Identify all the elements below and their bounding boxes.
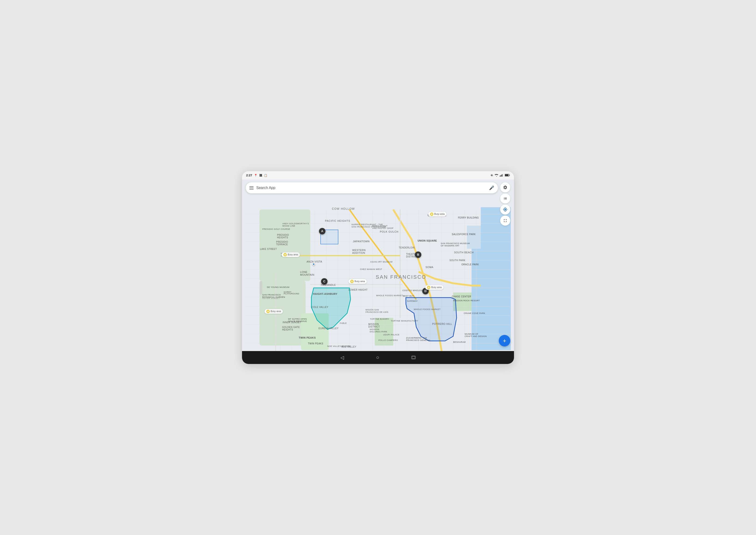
home-button[interactable]: ○ [376, 354, 379, 360]
photo-icon: 🖼 [259, 174, 262, 177]
busy-icon-5 [266, 310, 270, 313]
time-display: 2:27 [246, 174, 252, 177]
search-input-text[interactable]: Search App [256, 186, 486, 190]
device-frame: 2:27 📍 🖼 📋 👁 [242, 171, 514, 364]
map-background [242, 180, 514, 351]
signal-icon [500, 174, 503, 177]
busy-badge-3: Busy area [349, 279, 367, 284]
hamburger-menu-icon[interactable] [249, 186, 254, 189]
back-icon[interactable]: ◁ [340, 355, 344, 360]
busy-icon-1 [430, 212, 433, 216]
busy-badge-4: Busy area [425, 285, 443, 290]
busy-label-3: Busy area [354, 280, 365, 283]
calendar-icon: 📋 [264, 174, 267, 177]
svg-rect-6 [509, 175, 510, 176]
fab-add-button[interactable]: + [499, 335, 510, 347]
busy-badge-5: Busy area [265, 309, 283, 314]
map-toolbar [500, 182, 510, 226]
busy-label-5: Busy area [270, 310, 281, 313]
busy-icon-4 [427, 286, 430, 289]
battery-icon [505, 173, 510, 178]
list-view-button[interactable] [500, 193, 510, 204]
scroll-indicator [260, 281, 262, 295]
wifi-icon [495, 174, 498, 177]
status-left: 2:27 📍 🖼 📋 [246, 174, 267, 177]
nav-bar: ◁ ○ □ [242, 351, 514, 364]
location-icon: 📍 [254, 174, 258, 177]
svg-rect-14 [467, 226, 481, 249]
busy-label-1: Busy area [434, 213, 445, 215]
my-location-button[interactable] [500, 205, 510, 214]
fullscreen-button[interactable] [500, 215, 510, 226]
recents-button[interactable]: □ [411, 356, 416, 359]
back-button[interactable]: ◁ [340, 355, 344, 360]
recents-icon[interactable]: □ [411, 356, 416, 359]
marker-a: A [319, 228, 325, 235]
marker-dot [312, 263, 315, 266]
map-container[interactable]: Search App 🎤 COW HOLLOW CHINATOWN Ferry … [242, 180, 514, 351]
svg-rect-15 [472, 249, 490, 350]
marker-b: B [415, 251, 421, 258]
svg-rect-3 [503, 174, 504, 177]
svg-rect-2 [502, 174, 502, 177]
busy-badge-1: Busy area [428, 212, 446, 216]
marker-c: C [321, 278, 327, 285]
microphone-icon[interactable]: 🎤 [489, 185, 494, 190]
home-icon[interactable]: ○ [376, 354, 379, 360]
status-right: 👁 [490, 173, 510, 178]
search-bar[interactable]: Search App 🎤 [246, 182, 498, 193]
plus-icon: + [503, 338, 506, 344]
busy-icon-2 [284, 253, 287, 256]
busy-label-4: Busy area [431, 286, 442, 289]
svg-rect-1 [501, 175, 502, 177]
status-bar: 2:27 📍 🖼 📋 👁 [242, 171, 514, 180]
svg-rect-5 [505, 174, 509, 176]
svg-rect-0 [500, 176, 500, 177]
eye-icon: 👁 [490, 174, 493, 177]
busy-icon-3 [350, 280, 353, 283]
svg-rect-8 [260, 210, 310, 281]
settings-button[interactable] [500, 182, 510, 192]
busy-label-2: Busy area [288, 253, 298, 256]
busy-badge-2: Busy area [282, 252, 300, 257]
